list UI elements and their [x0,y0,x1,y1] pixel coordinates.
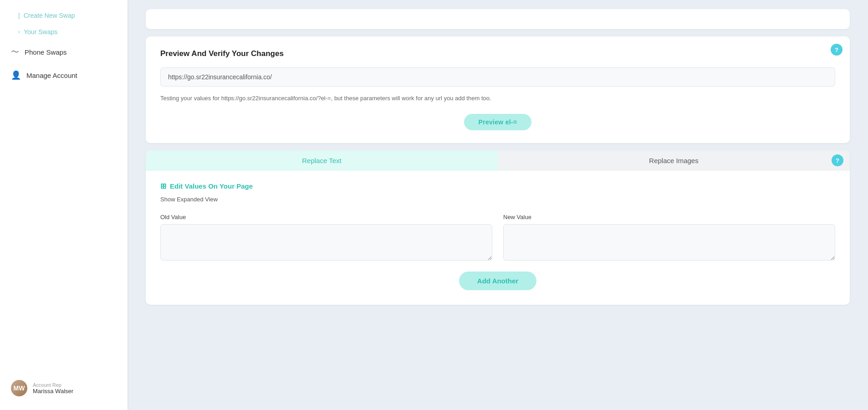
edit-icon: ⊞ [160,182,166,190]
sidebar: | Create New Swap › Your Swaps 〜 Phone S… [0,0,128,410]
preview-button[interactable]: Preview el-= [464,114,532,130]
user-icon: 👤 [11,70,21,80]
old-value-textarea[interactable] [160,224,492,261]
your-swaps-label: Your Swaps [24,28,57,36]
replace-content: ⊞ Edit Values On Your Page Show Expanded… [146,171,850,305]
new-value-textarea[interactable] [503,224,835,261]
url-input[interactable] [160,67,835,87]
sidebar-item-create-new-swap[interactable]: | Create New Swap [0,7,128,24]
plus-icon: | [18,12,20,19]
phone-swaps-label: Phone Swaps [25,48,67,56]
preview-card: ? Preview And Verify Your Changes Testin… [146,36,850,143]
chevron-right-icon: › [18,29,20,35]
replace-tabs: Replace Text Replace Images ? [146,150,850,171]
new-value-label: New Value [503,214,835,220]
preview-help-icon[interactable]: ? [831,44,842,56]
edit-values-title[interactable]: ⊞ Edit Values On Your Page [160,182,835,190]
tab-replace-images-label: Replace Images [649,157,698,164]
avatar: MW [11,380,27,396]
top-partial-card [146,9,850,29]
values-row: Old Value New Value [160,214,835,261]
old-value-label: Old Value [160,214,492,220]
account-info: Account Rep Marissa Walser [33,382,73,395]
account-section: MW Account Rep Marissa Walser [0,374,128,403]
phone-swaps-icon: 〜 [11,46,19,57]
old-value-col: Old Value [160,214,492,261]
sidebar-item-phone-swaps[interactable]: 〜 Phone Swaps [0,40,128,64]
tab-replace-text-label: Replace Text [302,157,341,164]
edit-values-label: Edit Values On Your Page [170,182,253,190]
tab-replace-text[interactable]: Replace Text [146,150,498,171]
avatar-image: MW [11,380,27,396]
sidebar-item-your-swaps[interactable]: › Your Swaps [0,24,128,40]
replace-help-icon[interactable]: ? [832,154,843,166]
add-another-button[interactable]: Add Another [459,272,536,290]
sidebar-item-manage-account[interactable]: 👤 Manage Account [0,64,128,87]
manage-account-label: Manage Account [26,72,77,79]
create-new-swap-label: Create New Swap [24,12,75,19]
show-expanded-toggle[interactable]: Show Expanded View [160,196,835,203]
main-content: ? Preview And Verify Your Changes Testin… [128,0,868,410]
account-name: Marissa Walser [33,388,73,395]
new-value-col: New Value [503,214,835,261]
preview-note: Testing your values for https://go.sr22i… [160,94,835,103]
preview-card-title: Preview And Verify Your Changes [160,49,835,58]
replace-card: Replace Text Replace Images ? ⊞ Edit Val… [146,150,850,305]
account-rep-label: Account Rep [33,382,73,388]
tab-replace-images[interactable]: Replace Images [498,150,850,171]
